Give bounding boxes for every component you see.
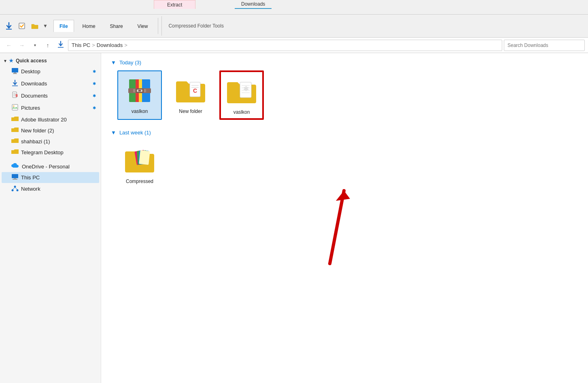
folder-document-icon-container: C: [174, 74, 207, 107]
sidebar-item-downloads[interactable]: Downloads ✱: [2, 78, 99, 89]
content-area: ▼ Today (3): [101, 53, 588, 383]
downloads-icon: [11, 79, 19, 88]
main-layout: ▼ ★ Quick access Desktop ✱: [0, 53, 588, 383]
path-icon: [57, 40, 65, 50]
tab-file[interactable]: File: [53, 20, 74, 32]
pictures-icon: [11, 104, 19, 112]
colorful-folder-svg: [123, 147, 156, 175]
arrow-annotation: [299, 179, 360, 269]
tab-view[interactable]: View: [132, 20, 154, 32]
svg-line-20: [13, 187, 15, 189]
sidebar-item-adobe-label: Adobe Illustrator 20: [21, 117, 67, 123]
svg-rect-12: [12, 104, 18, 110]
ribbon-commands-row: ▼ File Home Share View Compressed Folder…: [0, 15, 588, 37]
sidebar-item-newfolder2-label: New folder (2): [21, 128, 54, 134]
forward-button[interactable]: →: [16, 40, 28, 51]
today-chevron-icon: ▼: [111, 60, 116, 66]
svg-rect-14: [12, 174, 18, 178]
today-section-header[interactable]: ▼ Today (3): [111, 60, 578, 66]
ribbon-sep: [158, 18, 158, 34]
vaslkon-folder-icon-container: ✱: [225, 75, 258, 108]
svg-rect-45: [139, 150, 150, 165]
search-input[interactable]: [504, 40, 585, 51]
sidebar-item-shahbazi[interactable]: shahbazi (1): [2, 136, 99, 147]
red-arrow-svg: [299, 179, 360, 268]
svg-rect-16: [13, 179, 17, 180]
pin-icon-downloads: ✱: [93, 81, 96, 86]
quick-access-star-icon: ★: [9, 58, 13, 64]
sidebar-item-shahbazi-label: shahbazi (1): [21, 138, 50, 145]
last-week-section-label: Last week (1): [119, 130, 151, 136]
sidebar-item-onedrive-label: OneDrive - Personal: [22, 164, 70, 170]
downloads-context-tab[interactable]: Downloads: [235, 0, 272, 9]
download-icon[interactable]: [3, 20, 15, 32]
ribbon: Extract Downloads: [0, 0, 588, 38]
folder-with-doc2-svg: ✱: [225, 77, 258, 106]
svg-rect-3: [12, 68, 18, 72]
svg-rect-31: [138, 90, 141, 91]
thispc-icon: [11, 174, 19, 181]
tab-share[interactable]: Share: [104, 20, 129, 32]
file-item-new-folder[interactable]: C New folder: [168, 70, 213, 120]
sidebar-item-desktop[interactable]: Desktop ✱: [2, 66, 99, 77]
quick-access-toolbar: ▼: [3, 20, 49, 32]
last-week-section-header[interactable]: ▼ Last week (1): [111, 130, 578, 136]
sidebar-item-pictures[interactable]: Pictures ✱: [2, 102, 99, 114]
winrar-icon-container: [123, 74, 156, 107]
svg-text:C: C: [193, 87, 197, 94]
last-week-chevron-icon: ▼: [111, 130, 116, 136]
svg-rect-5: [13, 73, 17, 74]
file-label-vaslkon-folder: vaslkon: [234, 109, 250, 115]
path-downloads[interactable]: Downloads: [97, 42, 123, 48]
sidebar-item-documents[interactable]: Documents ✱: [2, 90, 99, 102]
file-item-compressed[interactable]: Compressed: [117, 140, 162, 188]
sidebar-item-desktop-label: Desktop: [21, 68, 40, 74]
address-path[interactable]: This PC > Downloads >: [68, 40, 502, 51]
file-item-vaslkon-folder[interactable]: ✱ vaslkon: [219, 70, 264, 120]
sidebar-item-documents-label: Documents: [21, 93, 48, 99]
desktop-icon: [11, 67, 19, 76]
svg-marker-47: [336, 191, 350, 201]
sidebar-item-telegram-label: Telegram Desktop: [21, 149, 64, 155]
compressed-folder-tools-label: Compressed Folder Tools: [161, 16, 230, 36]
properties-icon[interactable]: [16, 20, 28, 32]
svg-point-17: [14, 186, 16, 188]
up-button[interactable]: ↑: [42, 40, 53, 51]
file-label-compressed: Compressed: [126, 179, 153, 184]
sidebar-item-adobe[interactable]: Adobe Illustrator 20: [2, 114, 99, 125]
svg-rect-11: [16, 94, 17, 97]
file-item-vaslkon-zip[interactable]: vaslkon: [117, 70, 162, 120]
quick-access-label: Quick access: [16, 58, 47, 64]
svg-point-18: [12, 189, 14, 192]
quick-access-header[interactable]: ▼ ★ Quick access: [0, 56, 101, 65]
address-bar: ← → ▾ ↑ This PC > Downloads >: [0, 38, 588, 53]
sidebar-item-pictures-label: Pictures: [21, 105, 40, 111]
today-section-label: Today (3): [119, 60, 141, 66]
folder-icon-newfolder2: [11, 127, 19, 134]
folder-with-doc-svg: C: [174, 77, 207, 105]
new-folder-icon[interactable]: [29, 20, 40, 32]
tab-home[interactable]: Home: [76, 20, 102, 32]
sidebar-item-network[interactable]: Network: [2, 183, 99, 194]
folder-icon-adobe: [11, 116, 19, 123]
folder-icon-shahbazi: [11, 138, 19, 145]
today-items-grid: vaslkon C New: [111, 70, 578, 120]
winrar-svg: [125, 76, 154, 105]
svg-rect-4: [14, 72, 16, 73]
sidebar-item-telegram[interactable]: Telegram Desktop: [2, 147, 99, 157]
documents-icon: [11, 91, 19, 100]
svg-text:✱: ✱: [243, 85, 249, 92]
network-icon: [11, 185, 19, 193]
recent-locations-button[interactable]: ▾: [29, 40, 40, 51]
extract-context-tab[interactable]: Extract: [154, 0, 195, 9]
sidebar-item-thispc[interactable]: This PC: [2, 172, 99, 183]
sidebar-item-thispc-label: This PC: [21, 174, 40, 181]
back-button[interactable]: ←: [3, 40, 15, 51]
svg-rect-15: [14, 178, 16, 179]
pin-icon-desktop: ✱: [93, 69, 96, 74]
ribbon-context-tab-row: Extract Downloads: [0, 0, 588, 15]
sidebar-item-newfolder2[interactable]: New folder (2): [2, 125, 99, 136]
sidebar-item-onedrive[interactable]: OneDrive - Personal: [2, 162, 99, 172]
svg-point-13: [13, 106, 15, 107]
path-thispc[interactable]: This PC: [72, 42, 90, 48]
